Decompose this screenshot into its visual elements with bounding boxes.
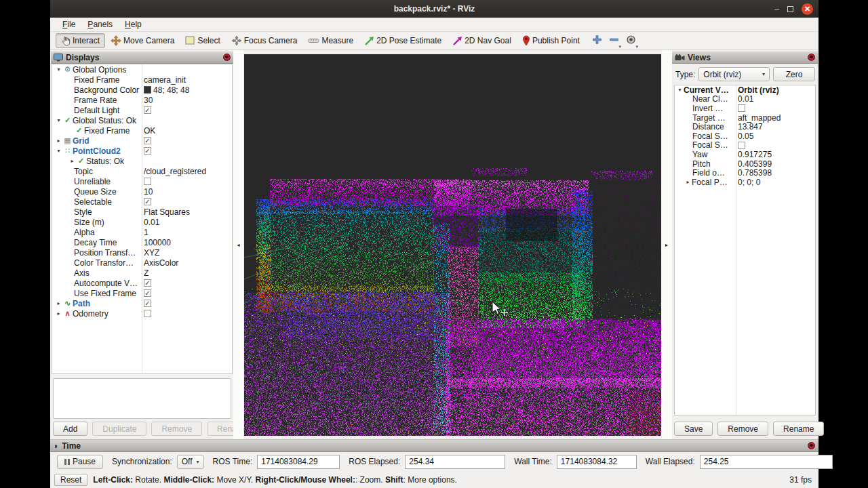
tree-row-invert-[interactable]: Invert … (675, 104, 815, 113)
displays-panel-header[interactable]: Displays (51, 52, 233, 64)
expand-arrow-icon[interactable]: ▾ (676, 87, 684, 93)
property-value[interactable]: 30 (144, 96, 153, 105)
views-panel-header[interactable]: Views (672, 52, 818, 64)
duplicate-button[interactable]: Duplicate (92, 422, 146, 436)
checkbox-checked[interactable]: ✓ (144, 289, 151, 297)
checkbox-unchecked[interactable] (738, 142, 745, 149)
tree-row-yaw[interactable]: Yaw0.917275 (675, 150, 815, 159)
tool-measure-button[interactable]: Measure (302, 33, 359, 48)
maximize-icon[interactable] (787, 6, 793, 12)
tree-row-distance[interactable]: Distance13.847 (675, 122, 815, 131)
property-value[interactable]: 0.01 (738, 94, 753, 104)
time-panel-title: Time (62, 441, 81, 451)
property-value[interactable]: 10 (144, 187, 153, 197)
checkbox-unchecked[interactable] (144, 310, 151, 317)
collapse-arrow-icon[interactable]: ▸ (684, 179, 692, 185)
property-value[interactable]: 13.847 (738, 122, 763, 131)
ros-elapsed-field[interactable] (405, 455, 505, 469)
tree-row-focal-p-[interactable]: ▸Focal P…0; 0; 0 (675, 178, 815, 187)
checkbox-checked[interactable]: ✓ (144, 198, 151, 205)
property-value[interactable]: XYZ (144, 248, 159, 258)
tree-row-focal-s-[interactable]: Focal S…0.05 (675, 131, 815, 141)
plus-tool-button[interactable] (592, 35, 602, 47)
expand-arrow-icon[interactable]: ▾ (55, 148, 62, 154)
checkbox-checked[interactable]: ✓ (144, 106, 151, 114)
tool-2d-nav-goal-button[interactable]: 2D Nav Goal (447, 33, 517, 48)
minus-tool-button[interactable]: ▾ (609, 35, 619, 47)
property-value[interactable]: 0.05 (738, 131, 753, 141)
tree-row-target-[interactable]: Target …aft_mapped (675, 113, 815, 123)
tree-row-current-v-[interactable]: ▾Current V…Orbit (rviz) (675, 85, 815, 95)
tree-row-field-o-[interactable]: Field o…0.785398 (675, 168, 815, 178)
property-value[interactable]: OK (144, 126, 155, 136)
tool-interact-button[interactable]: Interact (56, 33, 105, 48)
expand-arrow-icon[interactable]: ▾ (55, 117, 62, 123)
close-icon[interactable]: ✕ (802, 3, 813, 15)
property-value[interactable]: 100000 (144, 238, 171, 247)
property-value[interactable]: Z (144, 268, 149, 278)
checkbox-checked[interactable]: ✓ (144, 300, 151, 307)
tool-publish-point-button[interactable]: Publish Point (517, 33, 585, 48)
time-close-icon[interactable] (808, 442, 815, 449)
collapse-arrow-icon[interactable]: ▸ (55, 138, 62, 144)
remove-button[interactable]: Remove (151, 422, 202, 436)
checkbox-checked[interactable]: ✓ (144, 137, 151, 144)
property-value[interactable]: /cloud_registered (144, 167, 206, 176)
property-value[interactable]: Flat Squares (144, 207, 190, 217)
property-value[interactable]: 1 (144, 228, 149, 237)
wall-elapsed-field[interactable] (700, 455, 833, 469)
eye-tool-button[interactable]: ▾ (626, 35, 636, 47)
property-value[interactable]: 0.405399 (738, 159, 772, 169)
add-button[interactable]: Add (53, 422, 87, 436)
property-value[interactable]: 0.917275 (738, 150, 772, 159)
checkbox-unchecked[interactable] (738, 104, 745, 112)
property-value[interactable]: 0.785398 (738, 168, 772, 178)
tool-move-camera-button[interactable]: Move Camera (105, 33, 180, 48)
title-bar[interactable]: backpack.rviz* - RViz – ✕ (50, 0, 818, 18)
tree-row-pitch[interactable]: Pitch0.405399 (675, 159, 815, 169)
property-value[interactable]: 48; 48; 48 (153, 85, 189, 95)
collapse-arrow-icon[interactable]: ▸ (68, 158, 76, 164)
mouse-help-text: Left-Click: Rotate. Middle-Click: Move X… (93, 475, 784, 485)
pause-button[interactable]: Pause (57, 455, 103, 469)
menu-item-panels[interactable]: Panels (81, 18, 119, 30)
tool-2d-pose-estimate-button[interactable]: 2D Pose Estimate (359, 33, 447, 48)
collapse-arrow-icon[interactable]: ▸ (55, 300, 62, 306)
property-value[interactable]: 0.01 (144, 218, 159, 227)
save-button[interactable]: Save (674, 422, 713, 436)
rename-button[interactable]: Rename (773, 422, 824, 436)
color-swatch[interactable] (144, 86, 151, 94)
hide-left-panel-button[interactable]: ◂ (233, 50, 243, 439)
property-value[interactable]: 0; 0; 0 (738, 178, 760, 187)
views-close-icon[interactable] (808, 54, 815, 61)
wall-time-field[interactable] (557, 455, 637, 469)
minimize-icon[interactable]: – (774, 5, 779, 13)
checkbox-checked[interactable]: ✓ (144, 147, 151, 155)
collapse-arrow-icon[interactable]: ▸ (55, 310, 62, 317)
ros-time-field[interactable] (257, 455, 340, 469)
checkbox-unchecked[interactable] (144, 178, 151, 185)
displays-close-icon[interactable] (223, 54, 231, 61)
sync-select[interactable]: Off ▾ (177, 455, 204, 469)
hide-right-panel-button[interactable]: ▸ (662, 50, 672, 439)
tree-row-focal-s-[interactable]: Focal S… (675, 141, 815, 150)
time-panel-header[interactable]: ◗ Time (50, 440, 818, 452)
menu-item-file[interactable]: File (56, 18, 81, 30)
zero-button[interactable]: Zero (773, 67, 815, 81)
property-value[interactable]: aft_mapped (738, 113, 781, 123)
view-type-select[interactable]: Orbit (rviz) ▾ (698, 67, 770, 81)
tree-row-near-cl-[interactable]: Near Cl…0.01 (675, 95, 815, 104)
property-value[interactable]: camera_init (144, 75, 186, 85)
reset-button[interactable]: Reset (54, 474, 87, 486)
menu-item-help[interactable]: Help (119, 18, 148, 30)
pointcloud-canvas[interactable] (244, 54, 661, 436)
sync-value: Off (182, 457, 193, 466)
property-value[interactable]: Orbit (rviz) (738, 85, 779, 95)
remove-button[interactable]: Remove (717, 422, 768, 436)
checkbox-checked[interactable]: ✓ (144, 279, 151, 287)
expand-arrow-icon[interactable]: ▾ (55, 66, 62, 73)
property-value[interactable]: AxisColor (144, 258, 178, 268)
tool-focus-camera-button[interactable]: Focus Camera (226, 33, 303, 48)
tool-select-button[interactable]: Select (180, 33, 225, 48)
render-viewport[interactable] (244, 54, 661, 436)
